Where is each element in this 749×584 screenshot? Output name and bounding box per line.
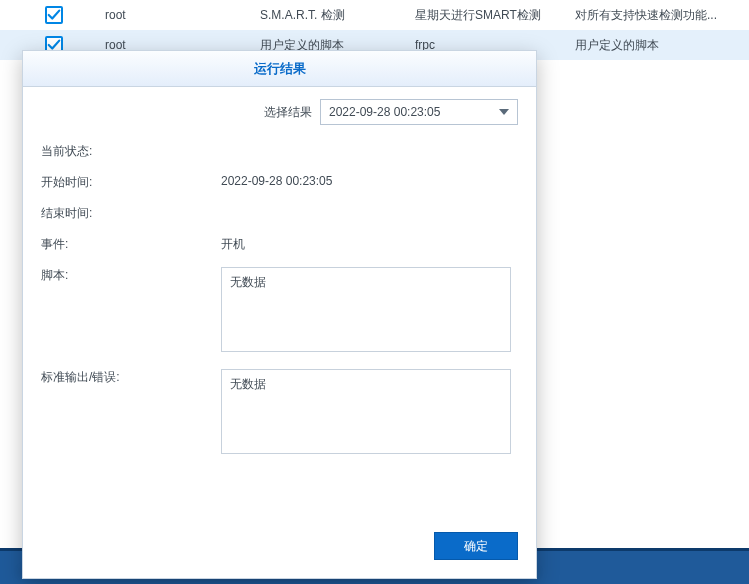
output-textarea-wrap: 无数据 (221, 369, 511, 457)
script-label: 脚本: (41, 267, 221, 284)
end-time-row: 结束时间: (41, 205, 518, 222)
select-result-row: 选择结果 2022-09-28 00:23:05 (41, 99, 518, 125)
start-time-row: 开始时间: 2022-09-28 00:23:05 (41, 174, 518, 191)
cell-col4: 对所有支持快速检测功能... (575, 7, 749, 24)
cell-type: S.M.A.R.T. 检测 (260, 7, 415, 24)
end-time-label: 结束时间: (41, 205, 221, 222)
start-time-value: 2022-09-28 00:23:05 (221, 174, 518, 188)
chevron-down-icon (499, 109, 509, 115)
dialog-body: 选择结果 2022-09-28 00:23:05 当前状态: 开始时间: 202… (23, 87, 536, 578)
table-row[interactable]: root S.M.A.R.T. 检测 星期天进行SMART检测 对所有支持快速检… (0, 0, 749, 30)
output-row: 标准输出/错误: 无数据 (41, 369, 518, 457)
cell-col4: 用户定义的脚本 (575, 37, 749, 54)
checkbox-checked-icon[interactable] (45, 6, 63, 24)
start-time-label: 开始时间: (41, 174, 221, 191)
script-textarea-wrap: 无数据 (221, 267, 511, 355)
event-value: 开机 (221, 236, 518, 253)
ok-button[interactable]: 确定 (434, 532, 518, 560)
status-label: 当前状态: (41, 143, 221, 160)
cell-user: root (105, 8, 260, 22)
script-textarea[interactable]: 无数据 (221, 267, 511, 352)
output-label: 标准输出/错误: (41, 369, 221, 386)
dialog-title: 运行结果 (23, 51, 536, 87)
cell-col3: 星期天进行SMART检测 (415, 7, 575, 24)
select-result-value: 2022-09-28 00:23:05 (329, 105, 493, 119)
status-row: 当前状态: (41, 143, 518, 160)
row-checkbox-cell[interactable] (45, 6, 105, 24)
output-textarea[interactable]: 无数据 (221, 369, 511, 454)
dialog-footer: 确定 (41, 532, 518, 560)
run-result-dialog: 运行结果 选择结果 2022-09-28 00:23:05 当前状态: 开始时间… (22, 50, 537, 579)
select-result-dropdown[interactable]: 2022-09-28 00:23:05 (320, 99, 518, 125)
event-row: 事件: 开机 (41, 236, 518, 253)
script-row: 脚本: 无数据 (41, 267, 518, 355)
event-label: 事件: (41, 236, 221, 253)
select-result-label: 选择结果 (264, 104, 312, 121)
